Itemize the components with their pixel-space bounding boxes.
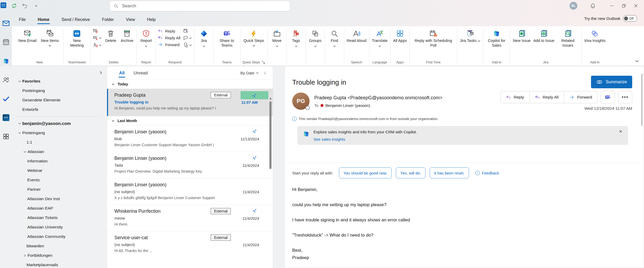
- rail-todo-icon[interactable]: [2, 95, 10, 103]
- email-row-tada[interactable]: Benjamin Linser (yasoon) Tada 11/4/2024 …: [107, 152, 273, 178]
- folder-marketplacemails[interactable]: Marketplacemails: [12, 260, 107, 268]
- group-header-today[interactable]: Today: [107, 79, 273, 89]
- find-button[interactable]: Find: [326, 28, 343, 49]
- folder-webinar[interactable]: Webinar: [12, 166, 107, 175]
- account-avatar[interactable]: BL: [570, 2, 577, 10]
- email-row-pradeep[interactable]: Pradeep Gupta External Trouble logging i…: [107, 89, 273, 116]
- delete-button[interactable]: Delete: [103, 28, 119, 44]
- folder-fortbildungen[interactable]: Fortbildungen: [12, 251, 107, 260]
- scheduling-poll-button[interactable]: Reply with Scheduling Poll: [411, 28, 456, 49]
- folder-posteingang-fav[interactable]: Posteingang: [12, 86, 107, 95]
- rail-addin-icon[interactable]: ✉?: [2, 114, 10, 122]
- sync-send-receive-icon[interactable]: [10, 2, 18, 9]
- scrollbar-thumb[interactable]: [641, 74, 643, 126]
- jira-tasks-button[interactable]: Jira Tasks: [459, 28, 482, 44]
- move-button[interactable]: Move: [269, 28, 285, 49]
- folder-atlassian-community[interactable]: Atlassian Community: [12, 232, 107, 241]
- reply-all-button[interactable]: Reply All: [529, 91, 564, 103]
- meeting-reply-button[interactable]: [183, 28, 192, 34]
- quick-steps-button[interactable]: Quick Steps: [242, 28, 266, 49]
- search-input[interactable]: [121, 3, 286, 9]
- account-header[interactable]: benjamin@yasoon.com: [12, 119, 107, 128]
- new-outlook-toggle[interactable]: Off: [623, 15, 637, 22]
- menu-home[interactable]: Home: [37, 16, 50, 25]
- folder-entwuerfe[interactable]: Entwürfe: [12, 105, 107, 114]
- folder-1-1[interactable]: 1:1: [12, 138, 107, 147]
- folder-gesendete-elemente[interactable]: Gesendete Elemente: [12, 95, 107, 105]
- related-issues-button[interactable]: Related Issues: [556, 28, 580, 49]
- collapse-ribbon-chevron-icon[interactable]: [635, 59, 639, 63]
- jira-quick-action-highlight[interactable]: [241, 91, 268, 99]
- banner-close-icon[interactable]: ✕: [619, 129, 622, 134]
- folder-posteingang[interactable]: Posteingang: [12, 128, 107, 138]
- new-items-button[interactable]: New Items: [38, 28, 62, 49]
- sort-by-date-dropdown[interactable]: By Date↓: [240, 70, 266, 75]
- suggested-reply-3[interactable]: It has been reset.: [430, 167, 469, 178]
- reply-with-im-button[interactable]: [183, 35, 192, 41]
- rail-mail-icon[interactable]: [2, 19, 10, 27]
- menu-file[interactable]: File: [18, 16, 26, 25]
- share-to-teams-button[interactable]: [601, 91, 615, 103]
- groups-button[interactable]: Groups: [307, 28, 323, 49]
- feedback-link[interactable]: iFeedback: [475, 171, 499, 175]
- restore-button[interactable]: [618, 1, 630, 11]
- translate-button[interactable]: Translate: [371, 28, 389, 49]
- sort-direction-icon[interactable]: ↓: [264, 70, 266, 75]
- reply-button[interactable]: Reply: [158, 28, 180, 34]
- scroll-up-icon[interactable]: ▲: [269, 97, 272, 100]
- archive-button[interactable]: Archive: [119, 28, 135, 44]
- search-bar[interactable]: [110, 1, 290, 11]
- close-button[interactable]: [630, 1, 642, 11]
- minimize-button[interactable]: [606, 1, 618, 11]
- viva-insights-button[interactable]: Viva Insights: [583, 28, 607, 44]
- menu-send-receive[interactable]: Send / Receive: [61, 16, 91, 25]
- folder-atlassian-eap[interactable]: Atlassian EAP: [12, 204, 107, 213]
- reply-button[interactable]: Reply: [501, 91, 529, 103]
- undo-icon[interactable]: [21, 2, 28, 9]
- email-row-whiskerina[interactable]: Whiskerina Purrfection External meow 11/…: [107, 205, 273, 231]
- forward-button[interactable]: Forward: [158, 42, 180, 47]
- tab-all[interactable]: All: [119, 69, 125, 77]
- rail-more-apps-icon[interactable]: [2, 133, 10, 140]
- copilot-for-sales-button[interactable]: Copilot for Sales: [485, 28, 509, 49]
- new-email-button[interactable]: New Email: [17, 28, 38, 44]
- see-sales-insights-link[interactable]: See sales insights: [313, 137, 345, 141]
- recipient-name[interactable]: Benjamin Linser (yasoon): [326, 103, 370, 108]
- rail-calendar-icon[interactable]: [2, 38, 10, 46]
- new-issue-button[interactable]: New Issue: [512, 28, 532, 44]
- ignore-button[interactable]: [93, 28, 102, 34]
- menu-view[interactable]: View: [125, 16, 135, 25]
- junk-button[interactable]: [93, 35, 102, 41]
- menu-folder[interactable]: Folder: [102, 16, 114, 25]
- block-sender-button[interactable]: [93, 42, 102, 48]
- folder-partner[interactable]: Partner: [12, 185, 107, 194]
- rail-people-icon[interactable]: [2, 76, 10, 84]
- report-button[interactable]: Report: [138, 28, 154, 49]
- collapse-folder-pane-icon[interactable]: [99, 70, 103, 75]
- customize-quick-access-chevron-icon[interactable]: [33, 2, 40, 9]
- notifications-bell-icon[interactable]: [587, 1, 599, 11]
- list-scrollbar[interactable]: ▲: [269, 97, 272, 268]
- sender-avatar[interactable]: PG: [292, 92, 310, 110]
- group-header-last-month[interactable]: Last Month: [107, 116, 273, 125]
- favorites-header[interactable]: Favorites: [12, 76, 107, 86]
- add-to-issue-button[interactable]: Add to Issue: [532, 28, 556, 44]
- menu-help[interactable]: Help: [147, 16, 156, 25]
- email-row-no-subject[interactable]: Benjamin Linser (yasoon) (no subject) 11…: [107, 178, 273, 205]
- forward-button[interactable]: Forward: [564, 91, 597, 103]
- rail-copilot-icon[interactable]: [2, 57, 10, 65]
- more-actions-button[interactable]: •••: [618, 91, 632, 103]
- reply-all-button[interactable]: Reply All: [158, 35, 180, 40]
- dialog-launcher-icon[interactable]: [262, 61, 265, 64]
- all-apps-button[interactable]: All Apps: [392, 28, 408, 44]
- reading-scrollbar[interactable]: [641, 68, 643, 266]
- suggested-reply-1[interactable]: You should be good now.: [339, 167, 392, 178]
- scrollbar-thumb[interactable]: [269, 101, 272, 169]
- folder-bitwarden[interactable]: bitwarden: [12, 241, 107, 251]
- read-aloud-button[interactable]: Read Aloud: [345, 28, 368, 44]
- tags-button[interactable]: Tags: [288, 28, 304, 49]
- folder-atlassian[interactable]: Atlassian: [12, 147, 107, 156]
- folder-atlassian-university[interactable]: Atlassian University: [12, 222, 107, 232]
- jira-button[interactable]: Jira: [196, 28, 212, 49]
- folder-atlassian-dev-inst[interactable]: Atlassian Dev Inst: [12, 194, 107, 204]
